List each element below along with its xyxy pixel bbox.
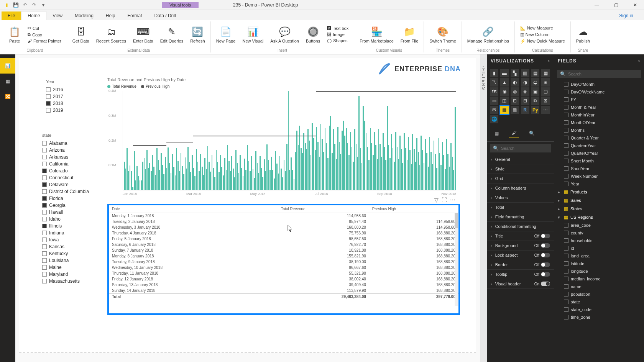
python-visual-icon[interactable]: Py bbox=[531, 106, 539, 114]
format-section[interactable]: ›General bbox=[487, 155, 554, 164]
vis-type-icon[interactable]: ▤ bbox=[511, 106, 519, 114]
field-item[interactable]: Week Number bbox=[554, 172, 644, 180]
fields-search[interactable]: 🔍 bbox=[557, 70, 641, 78]
format-section[interactable]: ›BorderOff bbox=[487, 260, 554, 270]
marketplace-button[interactable]: 🏪From Marketplace bbox=[358, 25, 395, 44]
textbox-button[interactable]: 🅰Text box bbox=[325, 26, 350, 31]
field-item[interactable]: longitude bbox=[554, 267, 644, 275]
revenue-chart[interactable]: Total Revenue and Previous High by Date … bbox=[107, 77, 456, 200]
paste-button[interactable]: 📋Paste bbox=[7, 25, 22, 44]
globe-icon[interactable]: 🌐 bbox=[490, 115, 498, 123]
undo-icon[interactable]: ↶ bbox=[21, 2, 28, 8]
format-search[interactable]: 🔍 bbox=[490, 144, 551, 152]
format-search-input[interactable] bbox=[501, 146, 554, 151]
format-section[interactable]: ›Visual headerOn bbox=[487, 279, 554, 289]
state-option[interactable]: Hawaii bbox=[42, 209, 100, 216]
format-section[interactable]: ›BackgroundOff bbox=[487, 241, 554, 251]
more-icon[interactable]: ⋯ bbox=[450, 197, 455, 203]
vis-type-icon[interactable]: ◑ bbox=[521, 78, 529, 87]
field-item[interactable]: Short Month bbox=[554, 157, 644, 165]
field-item[interactable]: land_area bbox=[554, 252, 644, 260]
vis-type-icon[interactable]: ◉ bbox=[500, 87, 509, 96]
field-item[interactable]: DayOfWeekName bbox=[554, 88, 644, 96]
vis-type-icon[interactable]: ◐ bbox=[511, 78, 519, 87]
vis-type-icon[interactable]: ▮ bbox=[490, 69, 498, 77]
enter-data-button[interactable]: ⌨Enter Data bbox=[131, 25, 155, 44]
from-file-button[interactable]: 📁From File bbox=[399, 25, 420, 44]
tab-format[interactable]: Format bbox=[122, 11, 148, 20]
vis-type-icon[interactable]: 〽 bbox=[490, 78, 498, 87]
tab-help[interactable]: Help bbox=[100, 11, 122, 20]
year-slicer[interactable]: Year 2016201720182019 bbox=[46, 79, 92, 114]
state-option[interactable]: Colorado bbox=[42, 167, 100, 174]
field-item[interactable]: MonthOfYear bbox=[554, 119, 644, 126]
new-measure-button[interactable]: 📐New Measure bbox=[519, 25, 567, 31]
vis-type-icon[interactable]: ▦ bbox=[541, 69, 550, 77]
state-option[interactable]: Arkansas bbox=[42, 154, 100, 161]
vis-type-icon[interactable]: ▣ bbox=[531, 87, 539, 96]
publish-button[interactable]: ☁Publish bbox=[575, 25, 591, 44]
field-item[interactable]: time_zone bbox=[554, 313, 644, 321]
vis-type-icon[interactable]: ▬ bbox=[500, 69, 509, 77]
collapse-vis-icon[interactable]: › bbox=[548, 58, 550, 64]
redo-icon[interactable]: ↷ bbox=[31, 2, 38, 8]
field-item[interactable]: ShortYear bbox=[554, 165, 644, 172]
tab-data-drill[interactable]: Data / Drill bbox=[148, 11, 182, 20]
vis-type-icon[interactable]: ▢ bbox=[541, 87, 550, 96]
format-section[interactable]: ›Field formatting bbox=[487, 212, 554, 222]
field-item[interactable]: area_code bbox=[554, 221, 644, 229]
format-section[interactable]: ›TooltipOff bbox=[487, 270, 554, 279]
field-table[interactable]: ▾▦US Regions bbox=[554, 213, 644, 221]
year-option[interactable]: 2016 bbox=[46, 86, 92, 93]
state-option[interactable]: Massachusetts bbox=[42, 278, 100, 285]
field-table[interactable]: ▸▦States bbox=[554, 205, 644, 213]
year-option[interactable]: 2017 bbox=[46, 93, 92, 100]
state-option[interactable]: Florida bbox=[42, 195, 100, 202]
sign-in-link[interactable]: Sign in bbox=[616, 11, 636, 20]
field-item[interactable]: Year bbox=[554, 180, 644, 188]
vis-type-icon[interactable]: ⧉ bbox=[531, 97, 539, 105]
vis-type-icon[interactable]: ⊡ bbox=[511, 97, 519, 105]
field-item[interactable]: DayOfMonth bbox=[554, 80, 644, 88]
state-option[interactable]: Idaho bbox=[42, 216, 100, 223]
copy-button[interactable]: ⧉Copy bbox=[26, 32, 63, 38]
maximize-button[interactable]: ▢ bbox=[610, 1, 622, 9]
more-visuals-icon[interactable]: ⋯ bbox=[541, 106, 550, 114]
cut-button[interactable]: ✂Cut bbox=[26, 25, 63, 31]
state-option[interactable]: Maryland bbox=[42, 271, 100, 278]
field-item[interactable]: QuarternYear bbox=[554, 142, 644, 149]
vis-type-icon[interactable]: ▤ bbox=[531, 69, 539, 77]
field-item[interactable]: Months bbox=[554, 126, 644, 134]
format-section[interactable]: ›TitleOff bbox=[487, 231, 554, 241]
model-view-button[interactable]: 🔀 bbox=[0, 89, 15, 104]
ask-question-button[interactable]: 💬Ask A Question bbox=[269, 25, 301, 44]
shapes-button[interactable]: ◯Shapes bbox=[325, 38, 350, 44]
vis-type-icon[interactable]: ▦ bbox=[500, 106, 509, 114]
new-visual-button[interactable]: 📊New Visual bbox=[241, 25, 265, 44]
tab-modeling[interactable]: Modeling bbox=[69, 11, 100, 20]
state-option[interactable]: District of Columbia bbox=[42, 188, 100, 195]
fields-tab-icon[interactable]: ▦ bbox=[491, 128, 501, 138]
refresh-button[interactable]: 🔄Refresh bbox=[189, 25, 207, 44]
collapse-fields-icon[interactable]: › bbox=[638, 58, 640, 64]
year-option[interactable]: 2019 bbox=[46, 107, 92, 114]
filters-pane-collapsed[interactable]: ‹ FILTERS bbox=[480, 54, 487, 362]
tab-home[interactable]: Home bbox=[21, 11, 46, 20]
format-section[interactable]: ›Lock aspectOff bbox=[487, 251, 554, 260]
state-option[interactable]: Kentucky bbox=[42, 250, 100, 257]
vis-type-icon[interactable]: ⊞ bbox=[541, 78, 550, 87]
filter-icon[interactable]: ▽ bbox=[434, 197, 439, 203]
field-item[interactable]: latitude bbox=[554, 260, 644, 267]
qat-dropdown-icon[interactable]: ▾ bbox=[40, 2, 47, 8]
field-table[interactable]: ▸▦Sales bbox=[554, 196, 644, 205]
get-data-button[interactable]: 🗄Get Data bbox=[71, 25, 91, 44]
state-option[interactable]: California bbox=[42, 161, 100, 167]
data-view-button[interactable]: ▦ bbox=[0, 74, 15, 89]
vis-type-icon[interactable]: ▥ bbox=[521, 69, 529, 77]
format-section[interactable]: ›Conditional formatting bbox=[487, 222, 554, 231]
vis-type-icon[interactable]: 🗺 bbox=[490, 87, 498, 96]
edit-queries-button[interactable]: ✎Edit Queries bbox=[159, 25, 185, 44]
format-tab-icon[interactable]: 🖌 bbox=[509, 128, 519, 138]
field-table[interactable]: ▸▦Products bbox=[554, 188, 644, 196]
field-item[interactable]: median_income bbox=[554, 275, 644, 283]
